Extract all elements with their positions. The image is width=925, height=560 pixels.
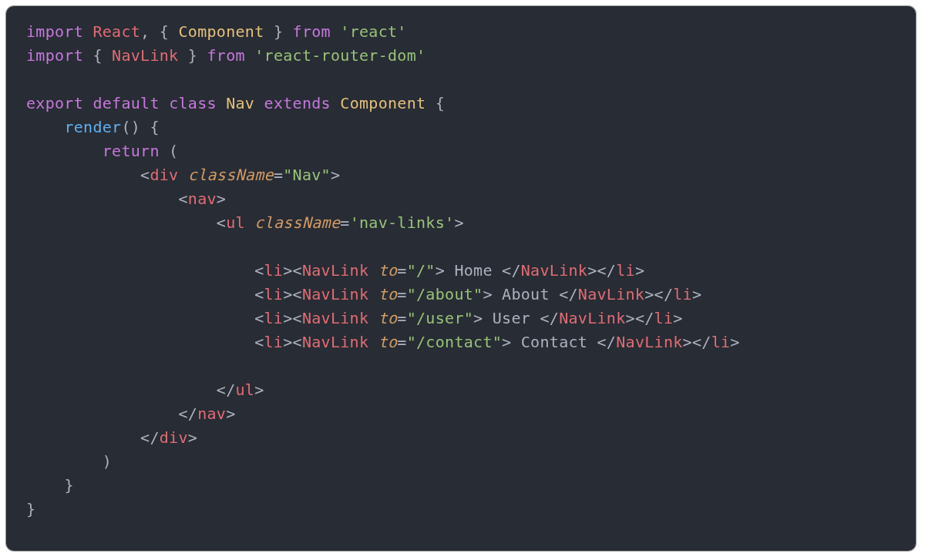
close: </ [140, 428, 160, 447]
parens: () [121, 118, 140, 136]
kw-extends: extends [264, 94, 331, 112]
rbrace: } [264, 22, 284, 41]
comma: , [140, 22, 160, 41]
code-line-15: </ul> [26, 381, 264, 399]
indent [26, 381, 217, 399]
lbrace: { [436, 94, 445, 112]
indent [26, 476, 64, 495]
code-line-17: </div> [26, 428, 197, 447]
lt: < [140, 166, 150, 184]
indent [26, 452, 103, 471]
code-line-19: } [26, 476, 74, 495]
close: </ [217, 381, 236, 399]
nav-items: <li><NavLink to="/"> Home </NavLink></li… [26, 261, 740, 351]
lt: < [178, 189, 187, 208]
str-nav: "Nav" [283, 166, 331, 184]
code-line-2: import { NavLink } from 'react-router-do… [26, 46, 426, 65]
indent [26, 428, 140, 447]
code-line-5: render() { [26, 118, 160, 136]
lparen: ( [160, 142, 179, 160]
gt: > [454, 213, 463, 232]
sp [245, 213, 254, 232]
str-router: 'react-router-dom' [254, 46, 426, 65]
lt: < [217, 213, 226, 232]
tag-div: div [150, 166, 178, 184]
kw-default: default [92, 94, 159, 112]
code-line-18: ) [26, 452, 112, 471]
attr-classname: className [254, 213, 340, 232]
eq: = [274, 166, 283, 184]
str-react: 'react' [340, 22, 406, 41]
indent [26, 118, 64, 136]
tag-div: div [160, 428, 188, 447]
lbrace: { [92, 46, 112, 65]
gt: > [226, 404, 235, 423]
tag-nav: nav [188, 189, 217, 208]
id-component: Component [340, 94, 426, 112]
gt: > [217, 189, 226, 208]
rbrace: } [64, 476, 73, 495]
fn-render: render [64, 118, 121, 136]
code-block: import React, { Component } from 'react'… [6, 6, 916, 551]
kw-return: return [103, 142, 160, 160]
attr-classname: className [188, 166, 274, 184]
gt: > [188, 428, 197, 447]
lbrace: { [140, 118, 160, 136]
close: </ [178, 404, 197, 423]
kw-export: export [26, 94, 83, 112]
code-line-8: <nav> [26, 189, 226, 208]
kw-class: class [169, 94, 217, 112]
rbrace: } [178, 46, 197, 65]
lbrace: { [160, 22, 179, 41]
code-line-4: export default class Nav extends Compone… [26, 94, 445, 112]
tag-ul: ul [236, 381, 255, 399]
code-line-1: import React, { Component } from 'react' [26, 22, 407, 41]
code-line-6: return ( [26, 142, 178, 160]
indent [26, 404, 178, 423]
eq: = [340, 213, 349, 232]
rbrace: } [26, 500, 35, 518]
rparen: ) [103, 452, 112, 471]
code-line-20: } [26, 500, 35, 518]
tag-ul: ul [226, 213, 245, 232]
gt: > [254, 381, 264, 399]
id-react: React [92, 22, 140, 41]
indent [26, 142, 103, 160]
str-navlinks: 'nav-links' [350, 213, 455, 232]
indent [26, 166, 140, 184]
code-line-7: <div className="Nav"> [26, 166, 340, 184]
tag-nav: nav [197, 404, 226, 423]
kw-import: import [26, 46, 83, 65]
kw-from: from [293, 22, 331, 41]
indent [26, 189, 178, 208]
indent [26, 213, 217, 232]
id-nav: Nav [226, 94, 254, 112]
id-component: Component [178, 22, 264, 41]
kw-import: import [26, 22, 83, 41]
code-line-16: </nav> [26, 404, 236, 423]
sp [178, 166, 187, 184]
gt: > [331, 166, 340, 184]
code-line-9: <ul className='nav-links'> [26, 213, 464, 232]
kw-from: from [207, 46, 245, 65]
id-navlink: NavLink [112, 46, 178, 65]
